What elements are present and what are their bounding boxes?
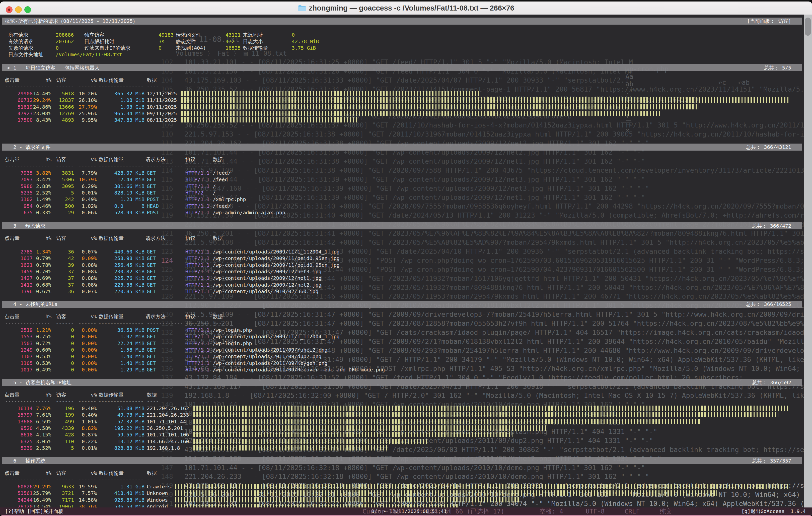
cell-visitors: 428: [51, 431, 74, 438]
column-header: v%: [76, 391, 97, 398]
cell-data: 11/11/2025: [147, 97, 177, 103]
table-row[interactable]: 5356125.79%37217.57%418.40 MiBUnknown: [0, 490, 804, 496]
cell-hits: 16114: [5, 405, 33, 412]
panel-total-badge: 总共： 366/16525: [746, 301, 791, 307]
panel-header-1[interactable]: >1 - 每日独立访客 - 包括网络机器人总共： 5/5: [2, 64, 802, 71]
table-row[interactable]: 4792323.08%1276925.96%965.34 MiB09/11/20…: [0, 110, 804, 117]
window-title: zhongming — goaccess -c /Volumes/Fat/11-…: [298, 1, 514, 15]
editor-status-text: Cursor-Tab: [362, 508, 400, 515]
column-underline: ------------: [147, 320, 183, 326]
cell-protocol: HTTP/1.1: [185, 366, 209, 373]
cell-protocol: HTTP/1.1: [185, 203, 209, 209]
column-header: 请求方法: [145, 235, 166, 241]
table-row[interactable]: 52352.52%50.01%828.19 KiBGETHTTP/2/: [0, 189, 804, 196]
cell-protocol: HTTP/1.1: [185, 183, 209, 189]
table-row[interactable]: 16370.79%420.09%258.98 KiBGETHTTP/1.1/wp…: [0, 255, 804, 262]
panel-header-6[interactable]: 6 - 操作系统总共： 357/357: [2, 457, 802, 464]
zoom-window-button[interactable]: [24, 6, 31, 13]
title-bar[interactable]: zhongming — goaccess -c /Volumes/Fat/11-…: [0, 1, 812, 15]
table-row[interactable]: 161147.76%1960.40%51.08 MiB221.204.26.16…: [0, 405, 804, 412]
table-row[interactable]: 6071229.24%1283726.10%1.08 GiB11/11/2025: [0, 97, 804, 103]
column-header: 点击量: [4, 77, 20, 83]
table-row[interactable]: 52392.52%50.01%828.83 KiB192.168.1.8: [0, 445, 804, 451]
table-row[interactable]: 79353.82%38317.79%428.07 KiBGETHTTP/1.1/…: [0, 170, 804, 176]
table-row[interactable]: 86184.15%4280.87%59.55 MiB101.71.101.106: [0, 431, 804, 438]
cell-data: 192.168.1.8: [147, 445, 180, 451]
cell-protocol: HTTP/1.1: [185, 275, 209, 281]
table-row[interactable]: 70933.42%530610.79%12.48 MiBGETHTTP/1.1/…: [0, 176, 804, 183]
stat-value: 49183: [158, 32, 174, 38]
table-row[interactable]: 15530.75%00.00%1.97 MiBGETHTTP/1.1/wp-co…: [0, 333, 804, 340]
panel-title: 6 - 操作系统: [13, 458, 46, 464]
table-row[interactable]: 16210.78%390.08%256.45 KiBGETHTTP/1.1/wp…: [0, 262, 804, 268]
panel-title: 2 - 请求的文件: [13, 144, 51, 150]
cell-hits: 1459: [5, 268, 33, 275]
column-header: 访客: [56, 391, 66, 398]
help-shortcut[interactable]: [?]帮助 [回车]展开面板: [5, 508, 63, 515]
cell-hits: 7935: [5, 170, 33, 176]
table-row[interactable]: 10170.49%00.00%1.29 MiBGETHTTP/1.1/wp-co…: [0, 366, 804, 373]
table-row[interactable]: 175008.43%48939.95%347.83 MiB08/11/2025: [0, 117, 804, 123]
column-header: 请求方法: [145, 313, 166, 320]
table-row[interactable]: 11050.53%00.00%1.40 MiBGETHTTP/1.1/wp-co…: [0, 360, 804, 366]
column-header: 数据: [213, 235, 223, 241]
table-row[interactable]: 59802.88%30956.29%301.66 MiBGETHTTP/1.1/: [0, 183, 804, 189]
table-row[interactable]: 14120.68%370.08%223.38 KiBGETHTTP/1.1/wp…: [0, 281, 804, 288]
column-underline: ---------: [5, 398, 32, 405]
table-row[interactable]: 3424416.49%717114.58%925.83 MiBWindows: [0, 497, 804, 503]
table-row[interactable]: 2990814.40%501810.20%365.32 MiB12/11/202…: [0, 90, 804, 97]
panel-header-3[interactable]: 3 - 静态请求总共： 366/472: [2, 222, 802, 229]
table-row[interactable]: 11070.53%00.00%1.40 MiBGETHTTP/1.1/wp-co…: [0, 353, 804, 360]
table-row[interactable]: 6750.33%290.06%528.99 KiBPOSTHTTP/1.1/wp…: [0, 209, 804, 216]
cell-path: /wp-content/uploads/2009/11/peid0.95en.j…: [213, 255, 340, 262]
overview-title: 概览-所有已分析的请求（08/11/2025 - 12/11/2025）: [5, 18, 138, 24]
table-row[interactable]: 157977.61%1990.40%49.73 MiB221.204.26.23…: [0, 412, 804, 418]
panel-header-5[interactable]: 5 - 访客主机名和IP地址总共： 366/592: [2, 379, 802, 386]
table-row[interactable]: 12490.60%00.00%1.58 MiBGETHTTP/1.1/wp-co…: [0, 347, 804, 353]
cell-hpct: 25.79%: [31, 490, 51, 496]
minimize-window-button[interactable]: [15, 6, 22, 13]
table-row[interactable]: 6082629.29%963319.59%1.31 GiBCrawlers: [0, 483, 804, 490]
table-row[interactable]: 136886.59%4991.01%57.32 MiB101.71.101.44: [0, 418, 804, 425]
cell-hpct: 16.49%: [31, 497, 51, 503]
column-underline: ----: [213, 241, 225, 248]
cell-method: GET: [147, 183, 156, 189]
editor-file-type: 纯文: [660, 508, 672, 515]
terminal-content[interactable]: ▤ 11-08.txt × Volumes 〉 Fat 〉 ▤ 11-08.tx…: [0, 15, 812, 516]
stat-value: 3s: [158, 38, 165, 45]
column-underline: ------------: [147, 241, 183, 248]
stat-label: 请求的文件: [176, 32, 201, 38]
panel-header-4[interactable]: 4 - 未找到的URLs总共： 366/16525: [2, 301, 802, 308]
cell-transfer: 1.29 MiB: [95, 366, 144, 373]
cell-visitors: 0: [51, 333, 74, 340]
table-row[interactable]: 9540.46%5001.02%0.0 BHEADHTTP/1.1/feed/: [0, 203, 804, 209]
column-header: 数据: [147, 391, 157, 398]
table-row[interactable]: 31021.49%2420.49%1.23 MiBPOSTHTTP/1.1/xm…: [0, 196, 804, 202]
cell-vpct: 1.01%: [76, 418, 97, 425]
cell-transfer: 51.08 MiB: [95, 405, 144, 412]
table-row[interactable]: 13960.67%360.07%220.85 KiBGETHTTP/1.1/wp…: [0, 288, 804, 295]
cell-hpct: 0.46%: [31, 203, 51, 209]
table-row[interactable]: 5161924.86%1366627.79%1.03 GiB10/11/2025: [0, 104, 804, 110]
table-row[interactable]: 95204.58%43398.82%195.22 MiB36.250.5.201: [0, 425, 804, 431]
cell-hits: 1637: [5, 255, 33, 262]
table-row[interactable]: 63253.05%1100.22%13.12 MiB114.66.247.160: [0, 438, 804, 445]
hits-bar: [194, 432, 513, 437]
cell-vpct: 0.01%: [76, 189, 97, 196]
stat-value: 3.75 GiB: [292, 45, 316, 51]
table-row[interactable]: 27851.34%360.07%440.60 KiBGETHTTP/1.1/wp…: [0, 248, 804, 255]
table-row[interactable]: 15030.72%00.00%22.24 MiBGETHTTP/1.1/wp-l…: [0, 340, 804, 347]
hits-bar: [194, 426, 546, 431]
editor-line-ending: CRLF: [625, 508, 640, 515]
quit-shortcut[interactable]: [q]退出GoAccess: [742, 508, 785, 515]
column-underline: ----: [147, 398, 159, 405]
panel-header-2[interactable]: 2 - 请求的文件总共： 366/43121: [2, 143, 802, 151]
cell-method: POST: [147, 327, 159, 333]
column-underline: ------: [78, 320, 96, 326]
table-row[interactable]: 14270.69%370.08%225.76 KiBGETHTTP/1.1/wp…: [0, 275, 804, 281]
table-row[interactable]: 25191.21%00.00%36.53 MiBPOSTHTTP/1.1/wp-…: [0, 327, 804, 333]
cell-hpct: 0.70%: [31, 268, 51, 275]
table-row[interactable]: 14590.70%370.08%230.82 KiBGETHTTP/1.1/wp…: [0, 268, 804, 275]
column-header: 点击量: [4, 156, 20, 163]
close-window-button[interactable]: [6, 6, 12, 13]
